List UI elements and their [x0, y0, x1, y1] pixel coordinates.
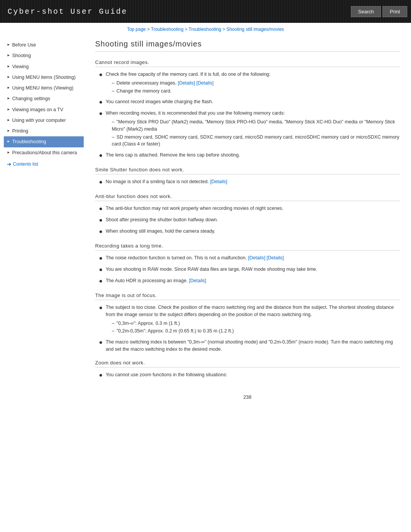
contents-list-link[interactable]: ➔ Contents list — [4, 158, 84, 170]
bullet-icon: ● — [99, 338, 103, 347]
list-item: ● You cannot use zoom functions in the f… — [99, 371, 400, 380]
bullet-content: You cannot record images while charging … — [106, 98, 400, 105]
arrow-icon-computer: ► — [7, 118, 10, 123]
bullet-icon: ● — [99, 97, 103, 107]
sub-list-item: "Memory Stick PRO Duo" (Mark2) media, "M… — [112, 118, 400, 133]
bullet-icon: ● — [99, 276, 103, 286]
bullet-text: The macro switching index is between "0,… — [106, 339, 393, 352]
sidebar-item-computer[interactable]: ► Using with your computer — [4, 115, 84, 126]
details-link[interactable]: [Details] — [248, 255, 265, 260]
sidebar-label-changing-settings: Changing settings — [12, 96, 50, 102]
sub-list-item: "0,3m-∞": Approx. 0.3 m (1 ft.) — [112, 320, 400, 327]
list-item: ● When recording movies, it is recommend… — [99, 110, 400, 149]
breadcrumb-sep-2: > — [185, 27, 188, 32]
bullet-icon: ● — [99, 177, 103, 187]
bullet-icon: ● — [99, 265, 103, 274]
bullet-content: The noise reduction function is turned o… — [106, 254, 400, 262]
bullet-text: The noise reduction function is turned o… — [106, 255, 248, 260]
bullet-text: When recording movies, it is recommended… — [106, 110, 285, 116]
bullet-icon: ● — [99, 216, 103, 225]
section-anti-blur: Anti-blur function does not work. ● The … — [95, 193, 400, 236]
arrow-icon-shooting: ► — [7, 53, 10, 58]
sidebar-label-viewing-tv: Viewing images on a TV — [12, 107, 63, 113]
arrow-icon-precautions: ► — [7, 150, 10, 155]
sidebar-label-computer: Using with your computer — [12, 117, 66, 123]
sidebar-item-viewing[interactable]: ► Viewing — [4, 61, 84, 72]
sidebar-item-changing-settings[interactable]: ► Changing settings — [4, 93, 84, 104]
sidebar-item-shooting[interactable]: ► Shooting — [4, 50, 84, 61]
bullet-icon: ● — [99, 254, 103, 263]
bullet-icon: ● — [99, 109, 103, 118]
bullet-icon: ● — [99, 204, 103, 213]
list-item: ● The Auto HDR is processing an image. [… — [99, 277, 400, 286]
bullet-text: Shoot after pressing the shutter button … — [106, 217, 218, 222]
sidebar: ► Before Use ► Shooting ► Viewing ► Usin… — [4, 40, 88, 400]
list-item: ● Shoot after pressing the shutter butto… — [99, 216, 400, 225]
search-button[interactable]: Search — [351, 6, 381, 17]
sub-list-item: "0,2m-0,35m": Approx. 0.2 m (0.65 ft.) t… — [112, 328, 400, 335]
page-number: 238 — [95, 387, 400, 400]
sidebar-label-printing: Printing — [12, 128, 28, 134]
section-title-recording-long: Recording takes a long time. — [95, 243, 400, 251]
sub-list: Delete unnecessary images. [Details] [De… — [106, 80, 400, 95]
list-item: ● You cannot record images while chargin… — [99, 98, 400, 107]
sub-list: "Memory Stick PRO Duo" (Mark2) media, "M… — [106, 118, 400, 148]
bullet-list-zoom: ● You cannot use zoom functions in the f… — [95, 371, 400, 380]
bullet-list-anti-blur: ● The anti-blur function may not work pr… — [95, 205, 400, 236]
bullet-text: You are shooting in RAW mode. Since RAW … — [106, 267, 317, 272]
section-title-cannot-record: Cannot record images. — [95, 59, 400, 67]
bullet-content: Shoot after pressing the shutter button … — [106, 216, 400, 224]
list-item: ● The lens cap is attached. Remove the l… — [99, 152, 400, 160]
sidebar-item-printing[interactable]: ► Printing — [4, 126, 84, 136]
breadcrumb-link-top[interactable]: Top page — [127, 27, 146, 32]
details-link[interactable]: [Details] — [178, 80, 195, 86]
arrow-icon-troubleshooting: ► — [7, 139, 10, 144]
bullet-text: The Auto HDR is processing an image. — [106, 278, 189, 283]
bullet-text: The lens cap is attached. Remove the len… — [106, 152, 240, 158]
sidebar-item-menu-shooting[interactable]: ► Using MENU items (Shooting) — [4, 72, 84, 83]
breadcrumb-sep-1: > — [147, 27, 151, 32]
layout: ► Before Use ► Shooting ► Viewing ► Usin… — [0, 36, 411, 407]
bullet-content: When recording movies, it is recommended… — [106, 110, 400, 149]
print-button[interactable]: Print — [382, 6, 407, 17]
details-link[interactable]: [Details] — [210, 179, 227, 184]
sidebar-item-viewing-tv[interactable]: ► Viewing images on a TV — [4, 104, 84, 115]
details-link-2[interactable]: [Details] — [267, 255, 284, 260]
arrow-icon-before-use: ► — [7, 43, 10, 47]
section-title-out-of-focus: The image is out of focus. — [95, 292, 400, 300]
breadcrumb-sep-3: > — [223, 27, 226, 32]
bullet-text: No image is shot if a smiling face is no… — [106, 179, 210, 184]
sidebar-item-before-use[interactable]: ► Before Use — [4, 40, 84, 50]
bullet-list-smile-shutter: ● No image is shot if a smiling face is … — [95, 178, 400, 187]
bullet-icon: ● — [99, 227, 103, 236]
details-link-2[interactable]: [Details] — [196, 80, 213, 86]
main-content: Shooting still images/movies Cannot reco… — [88, 40, 407, 400]
bullet-icon: ● — [99, 70, 103, 79]
bullet-content: The macro switching index is between "0,… — [106, 339, 400, 353]
breadcrumb-link-troubleshooting1[interactable]: Troubleshooting — [151, 27, 184, 32]
bullet-icon: ● — [99, 303, 103, 312]
section-title-smile-shutter: Smile Shutter function does not work. — [95, 167, 400, 174]
sidebar-label-shooting: Shooting — [12, 53, 31, 59]
sidebar-label-menu-shooting: Using MENU items (Shooting) — [12, 74, 76, 80]
arrow-icon-viewing-tv: ► — [7, 107, 10, 112]
list-item: ● Check the free capacity of the memory … — [99, 71, 400, 95]
sidebar-item-precautions[interactable]: ► Precautions/About this camera — [4, 147, 84, 158]
list-item: ● The subject is too close. Check the po… — [99, 304, 400, 335]
bullet-icon: ● — [99, 151, 103, 160]
details-link[interactable]: [Details] — [189, 278, 206, 283]
breadcrumb-link-shooting[interactable]: Shooting still images/movies — [226, 27, 284, 32]
sidebar-item-menu-viewing[interactable]: ► Using MENU items (Viewing) — [4, 83, 84, 93]
list-item: ● The noise reduction function is turned… — [99, 254, 400, 263]
sidebar-item-troubleshooting[interactable]: ► Troubleshooting — [4, 136, 84, 147]
sidebar-label-troubleshooting: Troubleshooting — [12, 139, 46, 145]
bullet-list-out-of-focus: ● The subject is too close. Check the po… — [95, 304, 400, 353]
bullet-content: No image is shot if a smiling face is no… — [106, 178, 400, 185]
header-title: Cyber-shot User Guide — [0, 0, 135, 23]
arrow-icon-menu-viewing: ► — [7, 86, 10, 90]
bullet-content: You are shooting in RAW mode. Since RAW … — [106, 266, 400, 273]
header: Cyber-shot User Guide Search Print — [0, 0, 411, 23]
breadcrumb-link-troubleshooting2[interactable]: Troubleshooting — [189, 27, 221, 32]
breadcrumb: Top page > Troubleshooting > Troubleshoo… — [0, 23, 411, 36]
sidebar-label-before-use: Before Use — [12, 42, 36, 48]
